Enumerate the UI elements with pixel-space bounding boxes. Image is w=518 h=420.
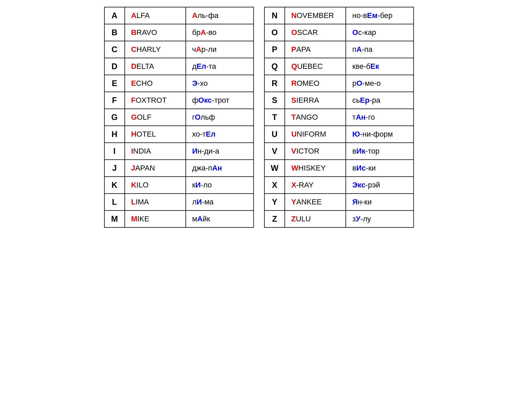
phonetic-cell: Ос-кар bbox=[346, 24, 414, 41]
letter-cell: H bbox=[104, 126, 125, 143]
phonetic-cell: гОльф bbox=[186, 109, 254, 126]
word-cell: NOVEMBER bbox=[285, 7, 346, 24]
letter-cell: B bbox=[104, 24, 125, 41]
word-cell: X-RAY bbox=[285, 177, 346, 194]
word-cell: QUEBEC bbox=[285, 58, 346, 75]
table-row: UUNIFORMЮ-ни-форм bbox=[264, 126, 414, 143]
word-cell: HOTEL bbox=[125, 126, 186, 143]
letter-cell: Y bbox=[264, 194, 285, 211]
phonetic-cell: лИ-ма bbox=[186, 194, 254, 211]
phonetic-cell: дЕл-та bbox=[186, 58, 254, 75]
phonetic-cell: вИс-ки bbox=[346, 160, 414, 177]
word-cell: OSCAR bbox=[285, 24, 346, 41]
word-cell: GOLF bbox=[125, 109, 186, 126]
word-cell: JAPAN bbox=[125, 160, 186, 177]
phonetic-cell: вИк-тор bbox=[346, 143, 414, 160]
table-row: RROMEOрО-ме-о bbox=[264, 75, 414, 92]
word-cell: FOXTROT bbox=[125, 92, 186, 109]
table-row: DDELTAдЕл-та bbox=[104, 58, 254, 75]
letter-cell: F bbox=[104, 92, 125, 109]
phonetic-cell: мАйк bbox=[186, 211, 254, 227]
word-cell: WHISKEY bbox=[285, 160, 346, 177]
letter-cell: C bbox=[104, 41, 125, 58]
left-table: AALFAАль-фаBBRAVOбрА-воCCHARLYчАр-лиDDEL… bbox=[104, 7, 254, 228]
word-cell: CHARLY bbox=[125, 41, 186, 58]
table-row: SSIERRAсьЕр-ра bbox=[264, 92, 414, 109]
phonetic-cell: фОкс-трот bbox=[186, 92, 254, 109]
phonetic-cell: Ин-ди-а bbox=[186, 143, 254, 160]
letter-cell: J bbox=[104, 160, 125, 177]
word-cell: ALFA bbox=[125, 7, 186, 24]
letter-cell: A bbox=[104, 7, 125, 24]
phonetic-cell: зУ-лу bbox=[346, 211, 414, 227]
letter-cell: N bbox=[264, 7, 285, 24]
word-cell: SIERRA bbox=[285, 92, 346, 109]
table-row: MMIKEмАйк bbox=[104, 211, 254, 227]
table-row: XX-RAYЭкс-рэй bbox=[264, 177, 414, 194]
phonetic-cell: джа-пАн bbox=[186, 160, 254, 177]
word-cell: ZULU bbox=[285, 211, 346, 227]
table-row: HHOTELхо-тЕл bbox=[104, 126, 254, 143]
letter-cell: U bbox=[264, 126, 285, 143]
phonetic-cell: но-вЕм-бер bbox=[346, 7, 414, 24]
letter-cell: L bbox=[104, 194, 125, 211]
letter-cell: Q bbox=[264, 58, 285, 75]
letter-cell: I bbox=[104, 143, 125, 160]
table-row: EECHOЭ-хо bbox=[104, 75, 254, 92]
word-cell: YANKEE bbox=[285, 194, 346, 211]
letter-cell: D bbox=[104, 58, 125, 75]
letter-cell: T bbox=[264, 109, 285, 126]
phonetic-cell: рО-ме-о bbox=[346, 75, 414, 92]
letter-cell: S bbox=[264, 92, 285, 109]
table-row: VVICTORвИк-тор bbox=[264, 143, 414, 160]
table-row: ZZULUзУ-лу bbox=[264, 211, 414, 227]
phonetic-cell: Э-хо bbox=[186, 75, 254, 92]
phonetic-cell: кве-бЕк bbox=[346, 58, 414, 75]
table-row: QQUEBECкве-бЕк bbox=[264, 58, 414, 75]
phonetic-cell: сьЕр-ра bbox=[346, 92, 414, 109]
table-row: GGOLFгОльф bbox=[104, 109, 254, 126]
word-cell: DELTA bbox=[125, 58, 186, 75]
letter-cell: K bbox=[104, 177, 125, 194]
table-row: YYANKEEЯн-ки bbox=[264, 194, 414, 211]
word-cell: VICTOR bbox=[285, 143, 346, 160]
word-cell: KILO bbox=[125, 177, 186, 194]
table-row: NNOVEMBERно-вЕм-бер bbox=[264, 7, 414, 24]
letter-cell: O bbox=[264, 24, 285, 41]
word-cell: MIKE bbox=[125, 211, 186, 227]
letter-cell: G bbox=[104, 109, 125, 126]
letter-cell: M bbox=[104, 211, 125, 227]
word-cell: ROMEO bbox=[285, 75, 346, 92]
letter-cell: X bbox=[264, 177, 285, 194]
letter-cell: W bbox=[264, 160, 285, 177]
word-cell: BRAVO bbox=[125, 24, 186, 41]
word-cell: LIMA bbox=[125, 194, 186, 211]
table-row: JJAPANджа-пАн bbox=[104, 160, 254, 177]
letter-cell: E bbox=[104, 75, 125, 92]
table-row: BBRAVOбрА-во bbox=[104, 24, 254, 41]
right-table: NNOVEMBERно-вЕм-берOOSCARОс-карPPAPAпА-п… bbox=[264, 7, 414, 228]
table-row: WWHISKEYвИс-ки bbox=[264, 160, 414, 177]
word-cell: TANGO bbox=[285, 109, 346, 126]
letter-cell: Z bbox=[264, 211, 285, 227]
phonetic-cell: кИ-ло bbox=[186, 177, 254, 194]
phonetic-cell: хо-тЕл bbox=[186, 126, 254, 143]
phonetic-cell: пА-па bbox=[346, 41, 414, 58]
page-container: AALFAАль-фаBBRAVOбрА-воCCHARLYчАр-лиDDEL… bbox=[104, 7, 414, 228]
letter-cell: P bbox=[264, 41, 285, 58]
table-row: IINDIAИн-ди-а bbox=[104, 143, 254, 160]
phonetic-cell: чАр-ли bbox=[186, 41, 254, 58]
table-row: LLIMAлИ-ма bbox=[104, 194, 254, 211]
phonetic-cell: брА-во bbox=[186, 24, 254, 41]
table-row: FFOXTROTфОкс-трот bbox=[104, 92, 254, 109]
table-row: KKILOкИ-ло bbox=[104, 177, 254, 194]
phonetic-cell: Ян-ки bbox=[346, 194, 414, 211]
table-row: AALFAАль-фа bbox=[104, 7, 254, 24]
word-cell: ECHO bbox=[125, 75, 186, 92]
word-cell: PAPA bbox=[285, 41, 346, 58]
table-row: OOSCARОс-кар bbox=[264, 24, 414, 41]
phonetic-cell: Экс-рэй bbox=[346, 177, 414, 194]
letter-cell: R bbox=[264, 75, 285, 92]
phonetic-cell: Ю-ни-форм bbox=[346, 126, 414, 143]
table-row: TTANGOтАн-го bbox=[264, 109, 414, 126]
